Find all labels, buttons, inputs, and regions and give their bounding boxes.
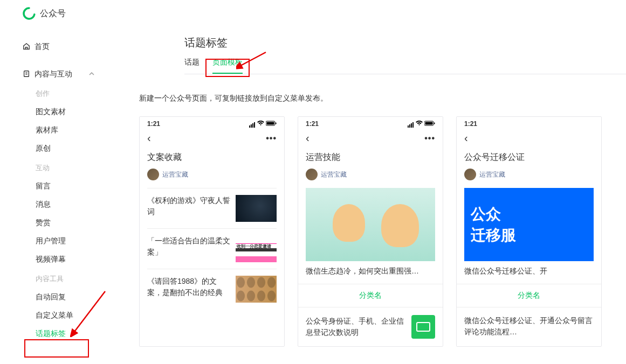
article-thumb bbox=[236, 195, 277, 222]
author-row[interactable]: 运营宝藏 bbox=[147, 169, 277, 180]
sidebar-home-label: 首页 bbox=[35, 42, 50, 52]
sidebar-group-label: 互动 bbox=[23, 158, 108, 177]
wifi-icon bbox=[257, 120, 264, 128]
article-title: 「一些适合告白的温柔文案」 bbox=[147, 235, 230, 258]
page-title: 话题标签 bbox=[184, 36, 626, 50]
article-item[interactable]: 「一些适合告白的温柔文案」 bbox=[147, 228, 277, 269]
sidebar-item-article-material[interactable]: 图文素材 bbox=[23, 103, 108, 121]
phone-nav: ‹ ••• bbox=[140, 130, 284, 148]
app-name: 公众号 bbox=[40, 8, 66, 19]
sidebar-group-label: 内容工具 bbox=[23, 269, 108, 288]
sidebar-item-home[interactable]: 首页 bbox=[23, 42, 108, 65]
card-title: 运营技能 bbox=[306, 152, 435, 163]
sub-article-item[interactable]: 微信公众号迁移公证、开通公众号留言评论功能流程… bbox=[457, 307, 601, 345]
phone-nav: ‹ bbox=[457, 130, 601, 148]
hero-text-line2: 迁移服 bbox=[471, 225, 594, 246]
hero-image: 公众 迁移服 bbox=[464, 188, 594, 261]
sidebar: 首页 内容与互动 创作 图文素材 素材库 原创 互动 留言 bbox=[0, 27, 108, 347]
author-name: 运营宝藏 bbox=[162, 170, 188, 179]
sub-article-text: 微信公众号迁移公证、开通公众号留言评论功能流程… bbox=[464, 315, 594, 338]
phone-verify-icon bbox=[411, 315, 435, 339]
main-content: 话题标签 话题 页面模板 新建一个公众号页面，可复制链接放到自定义菜单发布。 1… bbox=[108, 27, 626, 347]
status-time: 1:21 bbox=[147, 120, 160, 128]
chevron-up-icon bbox=[88, 70, 95, 79]
wifi-icon bbox=[416, 120, 423, 128]
status-time: 1:21 bbox=[464, 120, 477, 128]
template-card[interactable]: 1:21 ‹ ••• 文案收藏 bbox=[139, 116, 285, 347]
tab-topic[interactable]: 话题 bbox=[184, 58, 200, 74]
phone-nav: ‹ ••• bbox=[298, 130, 443, 148]
status-icons bbox=[249, 120, 277, 128]
category-label[interactable]: 分类名 bbox=[457, 284, 601, 307]
signal-icon bbox=[249, 120, 256, 128]
status-time: 1:21 bbox=[306, 120, 319, 128]
signal-icon bbox=[408, 120, 414, 128]
more-icon[interactable]: ••• bbox=[266, 134, 277, 143]
status-icons bbox=[408, 120, 435, 128]
article-title: 《权利的游戏》守夜人誓词 bbox=[147, 195, 230, 218]
more-icon[interactable]: ••• bbox=[424, 134, 435, 143]
battery-icon bbox=[424, 120, 435, 128]
battery-icon bbox=[266, 120, 277, 128]
home-icon bbox=[23, 43, 30, 52]
svg-rect-0 bbox=[24, 71, 29, 76]
avatar bbox=[306, 169, 318, 180]
wechat-oa-logo-icon bbox=[23, 7, 36, 20]
article-thumb bbox=[236, 235, 277, 262]
sub-article-item[interactable]: 公众号身份证、手机、企业信息登记次数说明 bbox=[298, 307, 443, 346]
sidebar-item-original[interactable]: 原创 bbox=[23, 139, 108, 158]
sidebar-item-auto-reply[interactable]: 自动回复 bbox=[23, 288, 108, 306]
back-icon[interactable]: ‹ bbox=[464, 132, 468, 144]
hero-image bbox=[306, 188, 435, 261]
svg-rect-4 bbox=[267, 122, 274, 125]
phone-status-bar: 1:21 bbox=[298, 117, 443, 130]
sidebar-section-label: 内容与互动 bbox=[35, 69, 72, 79]
author-name: 运营宝藏 bbox=[321, 170, 347, 179]
category-label[interactable]: 分类名 bbox=[298, 284, 443, 307]
sidebar-item-custom-menu[interactable]: 自定义菜单 bbox=[23, 306, 108, 325]
back-icon[interactable]: ‹ bbox=[147, 132, 151, 144]
sidebar-item-rewards[interactable]: 赞赏 bbox=[23, 214, 108, 232]
article-item[interactable]: 《权利的游戏》守夜人誓词 bbox=[147, 188, 277, 228]
sub-article-text: 公众号身份证、手机、企业信息登记次数说明 bbox=[306, 316, 406, 338]
sidebar-item-messages[interactable]: 消息 bbox=[23, 195, 108, 214]
template-card[interactable]: 1:21 ‹ ••• 运营技能 bbox=[298, 116, 443, 347]
annotation-highlight-box bbox=[205, 59, 250, 77]
template-card[interactable]: 1:21 ‹ 公众号迁移公证 运营宝藏 公众 bbox=[456, 116, 602, 347]
card-title: 公众号迁移公证 bbox=[464, 152, 594, 163]
phone-status-bar: 1:21 bbox=[457, 117, 601, 130]
app-logo-wrap[interactable]: 公众号 bbox=[23, 7, 66, 20]
hero-caption: 微信公众号迁移公证、开 bbox=[464, 267, 594, 276]
document-icon bbox=[23, 70, 30, 79]
author-row[interactable]: 运营宝藏 bbox=[464, 169, 594, 180]
avatar bbox=[464, 169, 476, 180]
top-header: 公众号 bbox=[0, 0, 626, 27]
article-thumb bbox=[236, 276, 277, 303]
article-item[interactable]: 《请回答1988》的文案，是翻拍不出的经典 bbox=[147, 269, 277, 309]
svg-rect-7 bbox=[425, 122, 433, 125]
sidebar-group-label: 创作 bbox=[23, 83, 108, 103]
author-name: 运营宝藏 bbox=[479, 170, 505, 179]
svg-rect-8 bbox=[434, 123, 435, 124]
sidebar-item-comments[interactable]: 留言 bbox=[23, 177, 108, 195]
hero-text-line1: 公众 bbox=[471, 204, 594, 225]
svg-rect-5 bbox=[276, 123, 277, 124]
phone-status-bar: 1:21 bbox=[140, 117, 284, 130]
hero-caption: 微信生态趋冷，如何突出重围强… bbox=[306, 267, 435, 276]
annotation-highlight-box bbox=[24, 339, 89, 347]
sidebar-section-content[interactable]: 内容与互动 bbox=[23, 65, 108, 83]
tabs: 话题 页面模板 bbox=[184, 58, 626, 74]
author-row[interactable]: 运营宝藏 bbox=[306, 169, 435, 180]
article-title: 《请回答1988》的文案，是翻拍不出的经典 bbox=[147, 276, 230, 298]
back-icon[interactable]: ‹ bbox=[306, 132, 309, 144]
card-title: 文案收藏 bbox=[147, 152, 277, 163]
hint-text: 新建一个公众号页面，可复制链接放到自定义菜单发布。 bbox=[139, 94, 626, 103]
avatar bbox=[147, 169, 159, 180]
sidebar-item-material-lib[interactable]: 素材库 bbox=[23, 121, 108, 139]
sidebar-item-user-mgmt[interactable]: 用户管理 bbox=[23, 232, 108, 250]
sidebar-item-video-danmu[interactable]: 视频弹幕 bbox=[23, 250, 108, 269]
